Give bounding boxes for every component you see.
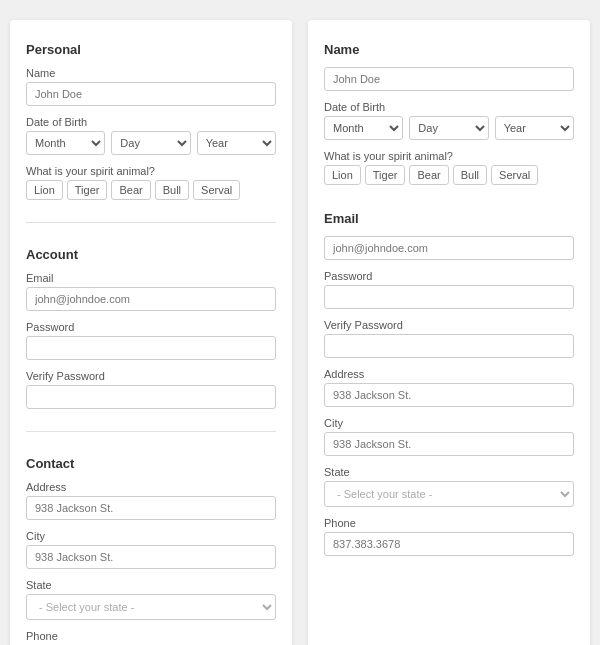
- dont-spirit-bear[interactable]: Bear: [409, 165, 448, 185]
- dob-field-group: Date of Birth Month Day Year: [26, 116, 276, 155]
- name-label: Name: [26, 67, 276, 79]
- dont-spirit-label: What is your spirit animal?: [324, 150, 574, 162]
- dont-state-label: State: [324, 466, 574, 478]
- dont-phone-field-group: Phone: [324, 517, 574, 556]
- dont-verify-password-input[interactable]: [324, 334, 574, 358]
- name-input[interactable]: [26, 82, 276, 106]
- state-field-group: State - Select your state -: [26, 579, 276, 620]
- dont-dob-row: Month Day Year: [324, 116, 574, 140]
- password-label: Password: [26, 321, 276, 333]
- dont-spirit-serval[interactable]: Serval: [491, 165, 538, 185]
- city-label: City: [26, 530, 276, 542]
- spirit-lion[interactable]: Lion: [26, 180, 63, 200]
- dont-spirit-lion[interactable]: Lion: [324, 165, 361, 185]
- password-field-group: Password: [26, 321, 276, 360]
- spirit-serval[interactable]: Serval: [193, 180, 240, 200]
- dont-email-field-group: [324, 236, 574, 260]
- day-select[interactable]: Day: [111, 131, 190, 155]
- dont-year-select[interactable]: Year: [495, 116, 574, 140]
- contact-title: Contact: [26, 456, 276, 471]
- phone-field-group: Phone: [26, 630, 276, 645]
- dont-verify-password-label: Verify Password: [324, 319, 574, 331]
- dont-state-select[interactable]: - Select your state -: [324, 481, 574, 507]
- email-field-group: Email: [26, 272, 276, 311]
- state-label: State: [26, 579, 276, 591]
- spirit-row: Lion Tiger Bear Bull Serval: [26, 180, 276, 200]
- dont-city-input[interactable]: [324, 432, 574, 456]
- dont-name-input[interactable]: [324, 67, 574, 91]
- email-input[interactable]: [26, 287, 276, 311]
- email-label: Email: [26, 272, 276, 284]
- verify-password-label: Verify Password: [26, 370, 276, 382]
- verify-password-input[interactable]: [26, 385, 276, 409]
- dont-spirit-row: Lion Tiger Bear Bull Serval: [324, 165, 574, 185]
- main-container: Personal Name Date of Birth Month Day Ye…: [10, 20, 590, 645]
- year-select[interactable]: Year: [197, 131, 276, 155]
- city-field-group: City: [26, 530, 276, 569]
- dont-day-select[interactable]: Day: [409, 116, 488, 140]
- spirit-bear[interactable]: Bear: [111, 180, 150, 200]
- month-select[interactable]: Month: [26, 131, 105, 155]
- dob-row: Month Day Year: [26, 131, 276, 155]
- address-input[interactable]: [26, 496, 276, 520]
- dont-dob-label: Date of Birth: [324, 101, 574, 113]
- dont-email-input[interactable]: [324, 236, 574, 260]
- dont-verify-password-field-group: Verify Password: [324, 319, 574, 358]
- dont-address-label: Address: [324, 368, 574, 380]
- dont-password-field-group: Password: [324, 270, 574, 309]
- divider-2: [26, 431, 276, 432]
- personal-title: Personal: [26, 42, 276, 57]
- dont-spirit-field-group: What is your spirit animal? Lion Tiger B…: [324, 150, 574, 185]
- dont-city-label: City: [324, 417, 574, 429]
- dont-name-title: Name: [324, 42, 574, 57]
- dont-name-field-group: [324, 67, 574, 91]
- divider-1: [26, 222, 276, 223]
- dont-password-label: Password: [324, 270, 574, 282]
- dont-phone-label: Phone: [324, 517, 574, 529]
- dont-phone-input[interactable]: [324, 532, 574, 556]
- dont-address-input[interactable]: [324, 383, 574, 407]
- city-input[interactable]: [26, 545, 276, 569]
- spirit-bull[interactable]: Bull: [155, 180, 189, 200]
- account-title: Account: [26, 247, 276, 262]
- dont-city-field-group: City: [324, 417, 574, 456]
- dont-state-field-group: State - Select your state -: [324, 466, 574, 507]
- spirit-label: What is your spirit animal?: [26, 165, 276, 177]
- phone-label: Phone: [26, 630, 276, 642]
- dont-spirit-bull[interactable]: Bull: [453, 165, 487, 185]
- dont-dob-field-group: Date of Birth Month Day Year: [324, 101, 574, 140]
- name-field-group: Name: [26, 67, 276, 106]
- address-label: Address: [26, 481, 276, 493]
- dont-panel: Name Date of Birth Month Day Year What i…: [308, 20, 590, 645]
- address-field-group: Address: [26, 481, 276, 520]
- state-select[interactable]: - Select your state -: [26, 594, 276, 620]
- password-input[interactable]: [26, 336, 276, 360]
- dont-email-title: Email: [324, 211, 574, 226]
- dont-month-select[interactable]: Month: [324, 116, 403, 140]
- spirit-tiger[interactable]: Tiger: [67, 180, 108, 200]
- spirit-field-group: What is your spirit animal? Lion Tiger B…: [26, 165, 276, 200]
- dont-password-input[interactable]: [324, 285, 574, 309]
- do-panel: Personal Name Date of Birth Month Day Ye…: [10, 20, 292, 645]
- dont-address-field-group: Address: [324, 368, 574, 407]
- dob-label: Date of Birth: [26, 116, 276, 128]
- verify-password-field-group: Verify Password: [26, 370, 276, 409]
- dont-spirit-tiger[interactable]: Tiger: [365, 165, 406, 185]
